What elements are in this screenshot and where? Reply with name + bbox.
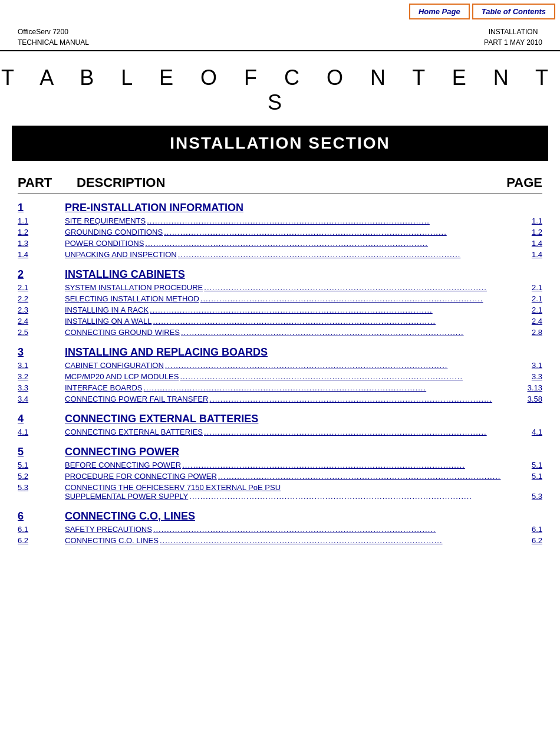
sub-desc[interactable]: POWER CONDITIONS........................… [65,239,542,248]
sub-number[interactable]: 5.1 [18,461,65,469]
sub-page[interactable]: 6.1 [519,525,542,534]
sub-desc-line2[interactable]: SUPPLEMENTAL POWER SUPPLY [65,492,188,501]
header-right: INSTALLATION PART 1 MAY 2010 [484,27,542,48]
part-number[interactable]: 4 [18,413,65,425]
sub-page[interactable]: 1.1 [519,216,542,225]
part-number[interactable]: 6 [18,510,65,523]
dots: ........................................… [217,472,519,481]
part-title[interactable]: CONNECTING C.O, LINES [65,510,195,523]
sub-page[interactable]: 2.1 [519,294,542,303]
sub-page[interactable]: 2.4 [519,317,542,326]
dots: ........................................… [149,305,519,314]
sub-number[interactable]: 2.5 [18,328,65,337]
dots: ........................................… [159,536,519,545]
sub-desc-text: CONNECTING C.O. LINES [65,536,159,545]
sub-number[interactable]: 3.3 [18,383,65,392]
sub-page[interactable]: 5.1 [519,472,542,481]
sub-desc[interactable]: INTERFACE BOARDS........................… [65,383,542,392]
sub-desc-text: SYSTEM INSTALLATION PROCEDURE [65,283,203,292]
sub-number[interactable]: 5.2 [18,472,65,481]
sub-number[interactable]: 6.1 [18,525,65,534]
sub-desc-wrap: CONNECTING THE OFFICESERV 7150 EXTERNAL … [65,483,542,501]
sub-desc[interactable]: PROCEDURE FOR CONNECTING POWER..........… [65,472,542,481]
part-title[interactable]: CONNECTING POWER [65,446,179,458]
part-title[interactable]: INSTALLING AND REPLACING BOARDS [65,346,268,359]
sub-number[interactable]: 3.2 [18,372,65,381]
part-heading[interactable]: 6CONNECTING C.O, LINES [18,510,542,523]
sub-page[interactable]: 2.1 [519,305,542,314]
sub-desc[interactable]: BEFORE CONNECTING POWER.................… [65,461,542,469]
sub-desc[interactable]: SAFETY PRECAUTIONS......................… [65,525,542,534]
sub-desc[interactable]: MCP/MP20 AND LCP MODULES................… [65,372,542,381]
sub-page[interactable]: 3.58 [519,395,542,403]
sub-desc[interactable]: SELECTING INSTALLATION METHOD...........… [65,294,542,303]
sub-desc[interactable]: SITE REQUIREMENTS.......................… [65,216,542,225]
sub-desc[interactable]: CABINET CONFIGURATION...................… [65,361,542,370]
part-heading[interactable]: 1PRE-INSTALLATION INFORMATION [18,202,542,214]
sub-page[interactable]: 4.1 [519,428,542,436]
sub-entry: 6.1SAFETY PRECAUTIONS...................… [18,524,542,535]
sub-number[interactable]: 1.3 [18,239,65,248]
toc-parts: 1PRE-INSTALLATION INFORMATION1.1SITE REQ… [18,202,542,546]
sub-desc[interactable]: CONNECTING GROUND WIRES.................… [65,328,542,337]
sub-number[interactable]: 5.3 [18,483,65,492]
sub-desc[interactable]: CONNECTING POWER FAIL TRANSFER..........… [65,395,542,403]
sub-page[interactable]: 3.13 [519,383,542,392]
sub-page[interactable]: 1.2 [519,228,542,236]
sub-entry: 4.1CONNECTING EXTERNAL BATTERIES........… [18,426,542,438]
sub-desc-line1[interactable]: CONNECTING THE OFFICESERV 7150 EXTERNAL … [65,483,281,492]
sub-page[interactable]: 2.1 [519,283,542,292]
dots: ........................................… [163,228,519,236]
part-heading[interactable]: 3INSTALLING AND REPLACING BOARDS [18,346,542,359]
sub-page[interactable]: 1.4 [519,250,542,259]
sub-desc[interactable]: CONNECTING EXTERNAL BATTERIES...........… [65,428,542,436]
sub-number[interactable]: 2.3 [18,305,65,314]
sub-entry: 3.3INTERFACE BOARDS.....................… [18,382,542,393]
sub-page[interactable]: 2.8 [519,328,542,337]
part-title[interactable]: PRE-INSTALLATION INFORMATION [65,202,243,214]
part-heading[interactable]: 5CONNECTING POWER [18,446,542,458]
sub-desc-text: CONNECTING POWER FAIL TRANSFER [65,395,208,403]
sub-desc[interactable]: SYSTEM INSTALLATION PROCEDURE...........… [65,283,542,292]
sub-number[interactable]: 2.1 [18,283,65,292]
section-banner: INSTALLATION SECTION [12,126,548,161]
dots: ........................................… [146,216,519,225]
part-title[interactable]: INSTALLING CABINETS [65,268,185,281]
sub-entry: 1.3POWER CONDITIONS.....................… [18,238,542,249]
home-page-button[interactable]: Home Page [409,4,470,19]
sub-desc[interactable]: INSTALLING IN A RACK....................… [65,305,542,314]
sub-desc[interactable]: UNPACKING AND INSPECTION................… [65,250,542,259]
sub-number[interactable]: 3.4 [18,395,65,403]
sub-number[interactable]: 1.1 [18,216,65,225]
sub-number[interactable]: 4.1 [18,428,65,436]
sub-page[interactable]: 5.3 [519,492,542,501]
part-number[interactable]: 5 [18,446,65,458]
part-entry: 5CONNECTING POWER5.1BEFORE CONNECTING PO… [18,446,542,502]
sub-page[interactable]: 3.3 [519,372,542,381]
part-heading[interactable]: 2INSTALLING CABINETS [18,268,542,281]
part-title[interactable]: CONNECTING EXTERNAL BATTERIES [65,413,258,425]
sub-desc[interactable]: INSTALLING ON A WALL....................… [65,317,542,326]
sub-number[interactable]: 2.2 [18,294,65,303]
sub-number[interactable]: 6.2 [18,536,65,545]
table-of-contents-button[interactable]: Table of Contents [472,4,555,19]
sub-number[interactable]: 2.4 [18,317,65,326]
sub-entry: 6.2CONNECTING C.O. LINES................… [18,535,542,546]
part-heading[interactable]: 4CONNECTING EXTERNAL BATTERIES [18,413,542,425]
sub-desc-text: CABINET CONFIGURATION [65,361,164,370]
sub-page[interactable]: 5.1 [519,461,542,469]
column-headers: PART DESCRIPTION PAGE [18,167,542,193]
part-number[interactable]: 2 [18,268,65,281]
sub-desc[interactable]: GROUNDING CONDITIONS....................… [65,228,542,236]
sub-desc[interactable]: CONNECTING C.O. LINES...................… [65,536,542,545]
manual-type: TECHNICAL MANUAL [18,37,89,48]
sub-page[interactable]: 1.4 [519,239,542,248]
sub-page[interactable]: 3.1 [519,361,542,370]
sub-number[interactable]: 1.4 [18,250,65,259]
part-number[interactable]: 1 [18,202,65,214]
page-header: OfficeServ 7200 TECHNICAL MANUAL INSTALL… [0,23,560,51]
sub-page[interactable]: 6.2 [519,536,542,545]
sub-number[interactable]: 1.2 [18,228,65,236]
part-number[interactable]: 3 [18,346,65,359]
sub-number[interactable]: 3.1 [18,361,65,370]
